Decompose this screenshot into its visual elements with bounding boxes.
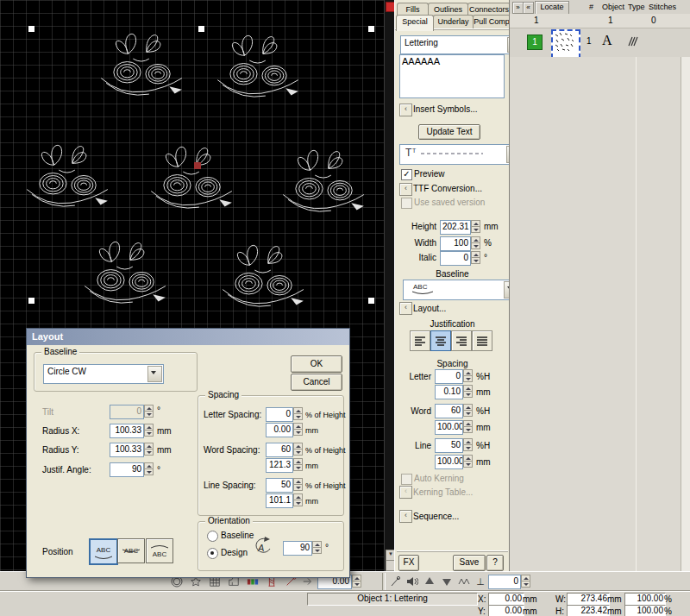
fx-button[interactable]: FX xyxy=(398,555,419,571)
scale-x-field[interactable]: 100.00 xyxy=(624,593,666,606)
justify-center-button[interactable] xyxy=(430,330,451,351)
selection-handle[interactable] xyxy=(368,26,374,32)
tab-pull-comp[interactable]: Pull Comp xyxy=(473,15,511,29)
selection-handle[interactable] xyxy=(28,298,34,304)
italic-input[interactable]: 0 xyxy=(440,251,471,266)
radius-x-spinner[interactable] xyxy=(144,424,154,437)
column-header-number[interactable]: # xyxy=(589,2,593,12)
column-header-object[interactable]: Object xyxy=(602,2,624,12)
orientation-baseline-label[interactable]: Baseline xyxy=(221,531,254,541)
justif-angle-spinner[interactable] xyxy=(144,462,154,475)
letter-spacing-pct-spinner[interactable] xyxy=(293,407,303,420)
baseline-shape-select[interactable]: ABC xyxy=(403,280,520,300)
letter-spacing-mm-spinner[interactable] xyxy=(293,423,303,436)
ttf-conversion-label[interactable]: TTF Conversion... xyxy=(413,184,482,194)
update-text-button[interactable]: Update Text xyxy=(418,124,480,140)
object-row[interactable]: 1 1 A xyxy=(510,28,690,57)
offset-input[interactable]: 0 xyxy=(488,575,521,589)
line-spacing-mm-input[interactable]: 101.1 xyxy=(266,493,293,508)
orientation-angle-spinner[interactable] xyxy=(312,541,322,554)
design-height-field[interactable]: 223.42 xyxy=(567,605,610,616)
column-header-stitches[interactable]: Stitches xyxy=(649,2,676,12)
line-spacing-mm-spinner[interactable] xyxy=(293,493,303,506)
justify-right-button[interactable] xyxy=(451,330,472,351)
dropdown-arrow-icon[interactable] xyxy=(147,366,162,382)
orientation-baseline-radio[interactable] xyxy=(207,531,218,542)
word-pct-input[interactable]: 60 xyxy=(435,404,463,418)
tab-special[interactable]: Special xyxy=(396,15,434,31)
color-badge[interactable]: 1 xyxy=(527,35,543,50)
zigzag-icon[interactable] xyxy=(457,575,471,588)
collapse-left-icon[interactable]: « xyxy=(523,2,534,14)
embroidery-motif[interactable] xyxy=(97,28,190,97)
height-spinner[interactable] xyxy=(471,220,480,233)
tab-underlay[interactable]: Underlay xyxy=(433,15,474,29)
save-button[interactable]: Save xyxy=(453,555,486,571)
word-spacing-mm-spinner[interactable] xyxy=(293,458,303,471)
selection-handle[interactable] xyxy=(368,298,374,304)
object-list-area[interactable] xyxy=(510,57,681,571)
sort-ascending-icon[interactable] xyxy=(423,575,436,588)
width-spinner[interactable] xyxy=(471,236,480,249)
height-input[interactable]: 202.31 xyxy=(440,220,471,235)
word-mm-input[interactable]: 100.00 xyxy=(435,420,463,435)
font-select[interactable]: T T xyxy=(399,144,523,165)
line-mm-spinner[interactable] xyxy=(463,455,473,468)
word-spacing-pct-spinner[interactable] xyxy=(293,443,303,456)
cancel-button[interactable]: Cancel xyxy=(291,374,342,391)
letter-spacing-pct-input[interactable]: 0 xyxy=(266,407,293,422)
ttf-expand-button[interactable]: ‹ xyxy=(399,183,412,196)
sequence-expand-button[interactable]: ‹ xyxy=(399,510,412,523)
design-width-field[interactable]: 273.46 xyxy=(567,593,610,606)
radius-y-spinner[interactable] xyxy=(144,443,154,456)
word-pct-spinner[interactable] xyxy=(463,404,473,417)
needle-icon[interactable] xyxy=(388,575,402,588)
word-mm-spinner[interactable] xyxy=(463,420,473,433)
letter-spacing-mm-input[interactable]: 0.00 xyxy=(266,423,293,437)
radius-x-input[interactable]: 100.33 xyxy=(110,424,144,438)
embroidery-motif[interactable] xyxy=(213,30,306,99)
orientation-angle-input[interactable]: 90 xyxy=(283,541,312,556)
line-spacing-pct-input[interactable]: 50 xyxy=(266,478,293,493)
radius-y-input[interactable]: 100.33 xyxy=(110,443,144,457)
layout-expand-button[interactable]: ‹ xyxy=(399,302,412,315)
object-thumbnail[interactable] xyxy=(551,29,580,59)
position-below-button[interactable]: ABC xyxy=(146,538,173,563)
help-button[interactable]: ? xyxy=(486,555,504,571)
baseline-type-select[interactable]: Circle CW xyxy=(43,364,164,384)
justify-full-button[interactable] xyxy=(472,330,492,351)
column-header-type[interactable]: Type xyxy=(628,2,645,12)
line-pct-input[interactable]: 50 xyxy=(435,438,463,453)
orientation-design-radio[interactable] xyxy=(207,548,218,559)
stitch-type-icon[interactable] xyxy=(627,36,639,47)
scale-y-field[interactable]: 100.00 xyxy=(624,605,666,616)
dialog-titlebar[interactable]: Layout xyxy=(27,329,349,345)
word-spacing-mm-input[interactable]: 121.3 xyxy=(266,458,293,473)
insert-symbols-expand-button[interactable]: ‹ xyxy=(399,104,412,116)
locate-button[interactable]: Locate xyxy=(535,1,569,15)
stitch-length-spinner[interactable] xyxy=(352,575,361,588)
object-type-select[interactable]: Lettering xyxy=(400,35,524,54)
lettering-text-input[interactable]: AAAAAA xyxy=(399,54,505,98)
line-pct-spinner[interactable] xyxy=(463,438,473,451)
italic-spinner[interactable] xyxy=(471,251,480,264)
letter-mm-spinner[interactable] xyxy=(463,385,473,398)
width-input[interactable]: 100 xyxy=(440,236,471,251)
letter-mm-input[interactable]: 0.10 xyxy=(435,385,463,399)
offset-spinner[interactable] xyxy=(521,575,530,588)
selection-handle[interactable] xyxy=(198,26,204,32)
object-list-scrollbar[interactable] xyxy=(681,57,690,571)
position-above-button[interactable]: ABC xyxy=(89,538,118,565)
selection-handle[interactable] xyxy=(28,26,34,32)
preview-label[interactable]: Preview xyxy=(414,169,445,179)
sequence-label[interactable]: Sequence... xyxy=(413,512,459,522)
embroidery-motif[interactable] xyxy=(80,236,173,305)
word-spacing-pct-input[interactable]: 60 xyxy=(266,443,293,457)
justify-left-button[interactable] xyxy=(410,330,430,351)
insert-symbols-label[interactable]: Insert Symbols... xyxy=(413,104,477,115)
preview-checkbox[interactable]: ✓ xyxy=(401,169,412,180)
orientation-design-label[interactable]: Design xyxy=(221,548,248,558)
sort-descending-icon[interactable] xyxy=(440,575,454,588)
x-position-field[interactable]: 0.00 xyxy=(488,593,524,606)
justif-angle-input[interactable]: 90 xyxy=(110,462,144,477)
